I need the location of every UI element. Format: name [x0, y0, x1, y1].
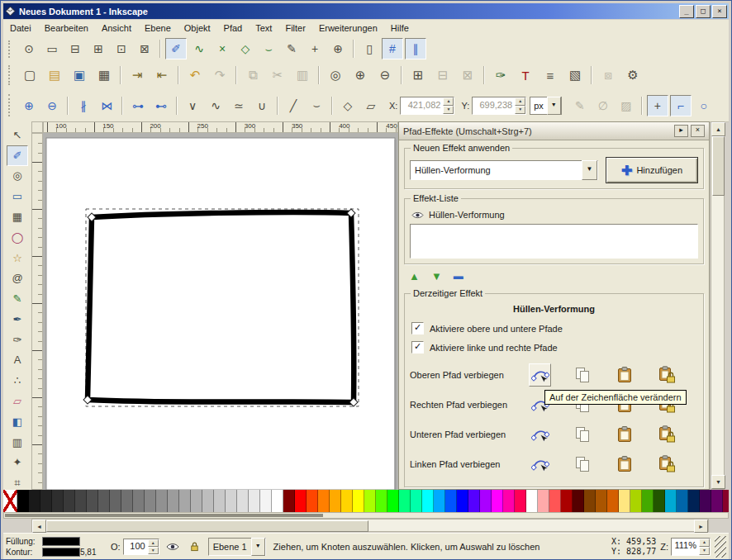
palette-swatch[interactable]: [156, 490, 168, 512]
chevron-down-icon[interactable]: ▼: [547, 97, 561, 115]
palette-swatch[interactable]: [538, 490, 549, 512]
spin-up-icon[interactable]: ▲: [515, 97, 525, 106]
link-path-button[interactable]: [656, 453, 677, 475]
delete-segment-icon[interactable]: ⊷: [150, 95, 172, 116]
scrollbar-thumb[interactable]: [712, 136, 725, 196]
snap-bbox-midpoint-icon[interactable]: ⊡: [111, 38, 132, 59]
palette-swatch[interactable]: [168, 490, 179, 512]
layer-combobox[interactable]: Ebene 1 ▼: [208, 538, 266, 556]
effect-combobox[interactable]: Hüllen-Verformung ▼: [410, 160, 598, 180]
close-button[interactable]: ×: [712, 5, 727, 18]
corner-node-icon[interactable]: ∨: [182, 95, 203, 116]
link-path-button[interactable]: [656, 424, 677, 445]
layers-dialog-icon[interactable]: ≡: [539, 64, 562, 87]
palette-swatch[interactable]: [341, 490, 353, 512]
rect-tool-icon[interactable]: ▭: [7, 186, 28, 206]
palette-swatch[interactable]: [330, 490, 341, 512]
zoom-selection-icon[interactable]: ◎: [324, 64, 347, 87]
copy-path-button[interactable]: [572, 424, 592, 445]
menu-filter[interactable]: Filter: [278, 21, 311, 36]
left-right-paths-checkbox[interactable]: ✓: [411, 341, 424, 354]
next-path-effect-param-icon[interactable]: ▨: [616, 95, 637, 116]
palette-swatch[interactable]: [561, 490, 573, 512]
snap-paths-icon[interactable]: ∿: [188, 38, 210, 59]
palette-swatch[interactable]: [249, 490, 260, 512]
snap-bbox-icon[interactable]: ▭: [41, 38, 63, 59]
break-node-icon[interactable]: ∦: [73, 95, 94, 116]
palette-swatch[interactable]: [318, 490, 330, 512]
palette-swatch[interactable]: [237, 490, 249, 512]
ellipse-tool-icon[interactable]: ◯: [7, 227, 28, 248]
document-properties-icon[interactable]: ▧: [563, 64, 587, 87]
link-path-button[interactable]: [656, 364, 677, 386]
fill-stroke-dialog-icon[interactable]: ✑: [489, 64, 512, 87]
palette-swatch[interactable]: [353, 490, 364, 512]
palette-swatch[interactable]: [52, 490, 64, 512]
eraser-tool-icon[interactable]: ▱: [7, 391, 28, 411]
palette-swatch[interactable]: [492, 490, 503, 512]
palette-swatch[interactable]: [283, 490, 295, 512]
snap-enable-icon[interactable]: ⊙: [18, 38, 40, 59]
palette-swatch[interactable]: [468, 490, 480, 512]
palette-swatch[interactable]: [145, 490, 156, 512]
scroll-down-icon[interactable]: ▼: [711, 475, 725, 489]
spin-up-icon[interactable]: ▲: [699, 539, 710, 547]
resize-grip[interactable]: [715, 536, 726, 558]
auto-node-icon[interactable]: ∪: [251, 95, 273, 116]
text-tool-icon[interactable]: A: [7, 350, 28, 371]
menu-bearbeiten[interactable]: Bearbeiten: [38, 21, 95, 36]
y-coord-spinner[interactable]: 699,238 ▲▼: [472, 97, 526, 115]
vertical-ruler[interactable]: [31, 133, 43, 490]
duplicate-icon[interactable]: ⊞: [406, 64, 430, 87]
layer-visibility-button[interactable]: [164, 539, 182, 555]
palette-swatch[interactable]: [17, 490, 29, 512]
paste-path-button[interactable]: [614, 453, 635, 475]
palette-swatch[interactable]: [202, 490, 214, 512]
zoom-tool-icon[interactable]: ◎: [7, 166, 28, 187]
insert-node-icon[interactable]: ⊕: [18, 95, 40, 116]
calligraphy-tool-icon[interactable]: ✑: [7, 330, 28, 350]
palette-swatch[interactable]: [387, 490, 399, 512]
palette-swatch[interactable]: [688, 490, 700, 512]
remove-effect-icon[interactable]: ▬: [454, 270, 462, 282]
pencil-tool-icon[interactable]: ✎: [7, 288, 28, 309]
join-segment-icon[interactable]: ⊶: [127, 95, 149, 116]
palette-swatch[interactable]: [480, 490, 492, 512]
cut-icon[interactable]: ✂: [266, 64, 289, 87]
palette-swatch[interactable]: [399, 490, 411, 512]
effect-list-item[interactable]: Hüllen-Verformung: [410, 207, 698, 222]
palette-swatch[interactable]: [98, 490, 110, 512]
edit-on-canvas-button[interactable]: [530, 424, 550, 445]
palette-swatch[interactable]: [665, 490, 677, 512]
copy-icon[interactable]: ⧉: [241, 64, 264, 87]
spiral-tool-icon[interactable]: @: [7, 268, 28, 288]
menu-pfad[interactable]: Pfad: [217, 21, 250, 36]
scroll-up-icon[interactable]: ▲: [711, 122, 725, 136]
palette-swatch[interactable]: [573, 490, 584, 512]
spin-down-icon[interactable]: ▼: [699, 547, 710, 555]
add-effect-button[interactable]: ✚ Hinzufügen: [606, 157, 698, 183]
horizontal-scrollbar[interactable]: ◄ ►: [31, 519, 709, 532]
paste-path-button[interactable]: [615, 364, 635, 386]
palette-swatch[interactable]: [87, 490, 98, 512]
transform-handles-toggle-icon[interactable]: +: [647, 95, 668, 116]
spin-up-icon[interactable]: ▲: [148, 539, 159, 547]
open-document-icon[interactable]: ▤: [43, 64, 66, 87]
palette-swatch[interactable]: [191, 490, 202, 512]
canvas[interactable]: [43, 133, 398, 490]
edit-on-canvas-button[interactable]: [530, 453, 550, 475]
stroke-color-swatch[interactable]: [42, 548, 80, 557]
toolbar-grip[interactable]: [8, 94, 13, 116]
dock-header[interactable]: Pfad-Effekte (Umschalt+Strg+7) ▸ ×: [399, 122, 709, 140]
fill-color-swatch[interactable]: [42, 537, 80, 546]
menu-ansicht[interactable]: Ansicht: [95, 21, 138, 36]
curve-segment-icon[interactable]: ⌣: [306, 95, 327, 116]
palette-swatch[interactable]: [549, 490, 561, 512]
dock-menu-icon[interactable]: ▸: [674, 125, 688, 137]
spin-down-icon[interactable]: ▼: [148, 547, 159, 554]
no-color-swatch[interactable]: [3, 490, 17, 512]
palette-swatch[interactable]: [457, 490, 468, 512]
palette-swatch[interactable]: [584, 490, 596, 512]
palette-swatch[interactable]: [411, 490, 422, 512]
group-icon[interactable]: ⧈: [597, 64, 620, 87]
